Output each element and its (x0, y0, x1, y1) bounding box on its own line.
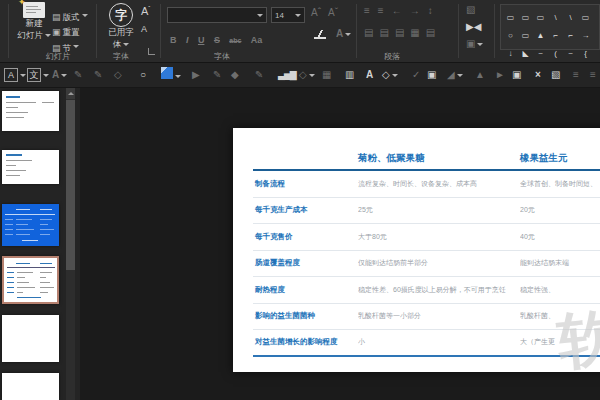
app-window: ✦ 新建 幻灯片 ▤版式 ▣重置 ▤节 幻灯片 字 已用字 体 Aˆ A 字体 … (0, 0, 600, 400)
arrow-icon[interactable]: ▶ (192, 67, 200, 83)
italic-button[interactable]: I (186, 35, 189, 45)
bring-forward-icon[interactable]: ▲ (475, 67, 485, 83)
curve-shape-icon[interactable]: ~ (563, 49, 578, 58)
convert-smartart-icon[interactable]: ▶◀ (466, 21, 481, 32)
shrink-font-button[interactable]: Aˇ (328, 7, 338, 18)
change-case-button[interactable]: Aa (251, 35, 263, 45)
fill-color-icon[interactable] (161, 67, 181, 84)
bold-button[interactable]: B (170, 35, 177, 45)
scroll-up-icon[interactable] (66, 88, 75, 99)
triangle-shape-icon[interactable]: ▲ (533, 31, 548, 40)
chevron-down-icon (82, 14, 88, 17)
table-icon[interactable]: ▦ (322, 67, 331, 83)
scrollbar-thumb[interactable] (66, 100, 75, 270)
line-shape-icon[interactable]: \ (563, 13, 578, 22)
font-size-value: 14 (275, 11, 284, 20)
font-size-combobox[interactable]: 14 (271, 7, 305, 23)
rotate-icon[interactable]: ◢ (447, 67, 463, 83)
font-color-button[interactable]: A (336, 28, 351, 39)
shape-icon[interactable]: ◇ (299, 67, 315, 83)
comparison-table[interactable]: 菊粉、低聚果糖 橡果益生元 制备流程 流程复杂、时间长、设备复杂、成本高 全球首… (253, 152, 600, 357)
slide-thumbnail-1[interactable] (2, 91, 59, 131)
clear-format-button[interactable]: abc (229, 37, 241, 44)
vertical-text-icon[interactable]: 文 (27, 67, 49, 83)
text-direction-icon[interactable]: ▧ (466, 4, 475, 15)
shapes-row: ↓◣~(~{ (503, 42, 597, 60)
increase-font-button[interactable]: Aˆ (141, 5, 150, 17)
line-shape-icon[interactable]: \ (548, 13, 563, 22)
alignment-icons[interactable]: ▤▤▤▦▤ (364, 27, 441, 38)
arc-shape-icon[interactable]: ( (548, 49, 563, 58)
shapes-row: ▭▭▭\\▭ (503, 6, 597, 24)
list-icon[interactable]: ≡ (573, 67, 579, 83)
font-format-row: B I U S abc Aa (170, 29, 267, 47)
font-color-icon[interactable]: A (52, 67, 67, 83)
rounded-rect-shape-icon[interactable]: ▭ (518, 31, 533, 40)
rectangle-shape-icon[interactable]: ▭ (533, 13, 548, 22)
header-spacer (253, 152, 358, 169)
table-row: 对益生菌增长的影响程度 小 大（产生更 (253, 330, 600, 357)
ellipse-shape-icon[interactable]: ○ (503, 31, 518, 40)
brace-shape-icon[interactable]: { (578, 49, 593, 58)
send-backward-icon[interactable]: ► (495, 67, 505, 83)
pen-icon[interactable]: ✎ (74, 67, 82, 83)
slide-thumbnail-3[interactable] (2, 204, 59, 246)
shapes-gallery[interactable]: ▭▭▭\\▭ ○▭▲⌐⌐→ ↓◣~(~{ (500, 4, 600, 50)
text-effects-icon[interactable] (314, 30, 326, 39)
current-slide[interactable]: 菊粉、低聚果糖 橡果益生元 制备流程 流程复杂、时间长、设备复杂、成本高 全球首… (233, 128, 600, 372)
column-header: 橡果益生元 (520, 152, 600, 169)
panel-scrollbar[interactable] (66, 88, 75, 400)
slides-group-label: 幻灯片 (30, 51, 86, 62)
slide-canvas: 菊粉、低聚果糖 橡果益生元 制备流程 流程复杂、时间长、设备复杂、成本高 全球首… (80, 88, 600, 400)
text-box-icon[interactable]: A (4, 67, 26, 83)
used-fonts-button[interactable]: 字 已用字 体 (104, 3, 138, 51)
group-divider (96, 4, 97, 58)
table-row: 影响的益生菌菌种 乳酸杆菌等一小部分 乳酸杆菌、 (253, 304, 600, 331)
shape-outline-icon[interactable]: ◇ (114, 67, 122, 83)
elbow-connector-icon[interactable]: ⌐ (548, 31, 563, 40)
group-divider (356, 4, 357, 58)
check-icon[interactable]: ✓ (412, 67, 420, 83)
slide-thumbnail-2[interactable] (2, 150, 59, 184)
slide-thumbnail-6[interactable] (2, 373, 59, 400)
dialog-launcher-icon[interactable] (148, 48, 155, 55)
font-group-label: 字体 (200, 51, 244, 62)
pen-icon[interactable]: ✎ (255, 67, 263, 83)
used-fonts-label: 已用字 (108, 27, 134, 39)
slide-thumbnail-4-selected[interactable] (2, 256, 59, 304)
corner-shape-icon[interactable]: ◣ (518, 49, 533, 58)
delete-icon[interactable]: × (535, 67, 541, 83)
new-slide-button[interactable]: ✦ 新建 幻灯片 (16, 2, 52, 42)
chevron-down-icon (257, 14, 263, 17)
shape-fill-icon[interactable]: ◆ (231, 67, 239, 83)
new-slide-label2: 幻灯片 (17, 30, 43, 40)
down-arrow-shape-icon[interactable]: ↓ (503, 49, 518, 58)
word-art-icon[interactable]: A (366, 67, 373, 83)
select-icon[interactable]: ▧ (551, 67, 560, 83)
font-name-combobox[interactable] (167, 7, 267, 23)
scribble-shape-icon[interactable]: ~ (533, 49, 548, 58)
rectangle-shape-icon[interactable]: ▭ (578, 13, 593, 22)
circle-icon[interactable]: ○ (140, 67, 146, 83)
pen-icon[interactable]: ✎ (94, 67, 102, 83)
underline-button[interactable]: U (198, 35, 205, 45)
bullets-numbering-icons[interactable]: ≡≡←→↕ (364, 5, 441, 16)
pen-icon[interactable]: ✎ (213, 67, 221, 83)
picture-icon[interactable]: ▣ (512, 67, 521, 83)
slide-thumbnail-5[interactable] (2, 315, 59, 362)
rectangle-shape-icon[interactable]: ▭ (518, 13, 533, 22)
font-char-icon: 字 (109, 3, 133, 27)
arrange-icon[interactable]: ▣ (466, 38, 483, 49)
rectangle-shape-icon[interactable]: ▭ (503, 13, 518, 22)
chart-icon[interactable]: ▃▅▇ (278, 67, 296, 83)
shapes-menu-icon[interactable]: ◇ (382, 67, 398, 83)
chevron-down-icon (345, 33, 351, 36)
grow-font-button[interactable]: Aˆ (311, 7, 321, 18)
list-icon[interactable]: ≡ (590, 67, 596, 83)
strikethrough-button[interactable]: S (214, 35, 220, 45)
columns-icon[interactable]: ▥ (345, 67, 354, 83)
decrease-font-button[interactable]: A (141, 24, 147, 34)
arrow-shape-icon[interactable]: → (578, 31, 593, 40)
copy-icon[interactable]: ▣ (427, 67, 436, 83)
elbow-connector-icon[interactable]: ⌐ (563, 31, 578, 40)
